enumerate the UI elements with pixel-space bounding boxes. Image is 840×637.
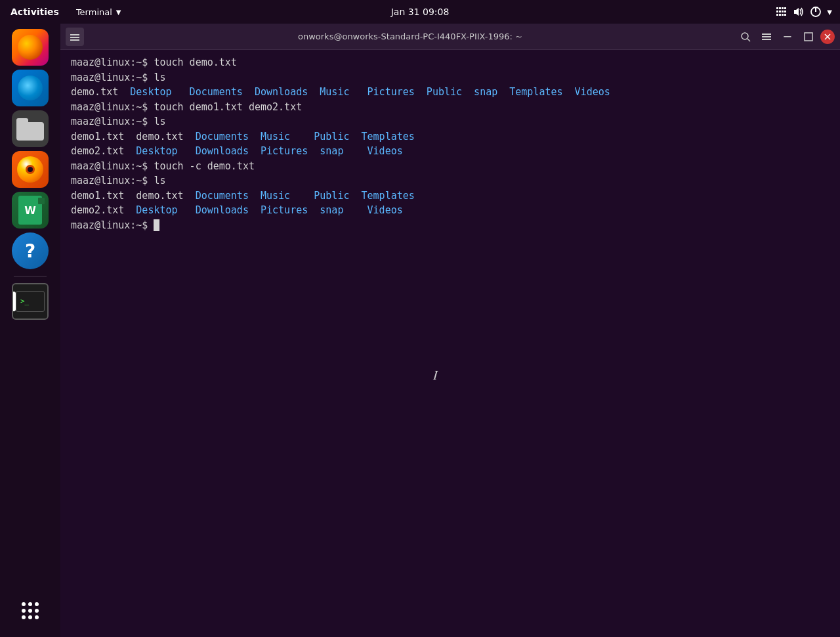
help-icon: ? xyxy=(25,240,35,262)
terminal-cursor xyxy=(154,219,159,231)
svg-rect-4 xyxy=(776,11,778,12)
svg-rect-9 xyxy=(779,14,781,16)
svg-rect-3 xyxy=(784,7,786,9)
terminal-line-2: maaz@linux:~$ ls xyxy=(71,70,830,85)
svg-rect-17 xyxy=(70,39,79,41)
terminal-titlebar: onworks@onworks-Standard-PC-I440FX-PIIX-… xyxy=(60,24,840,50)
svg-rect-20 xyxy=(762,33,771,35)
terminal-line-1: maaz@linux:~$ touch demo.txt xyxy=(71,55,830,70)
svg-marker-12 xyxy=(794,8,799,16)
svg-rect-21 xyxy=(762,36,771,37)
terminal-line-11: demo2.txt Desktop Downloads Pictures sna… xyxy=(71,203,830,218)
terminal-menu[interactable]: Terminal ▼ xyxy=(72,6,125,18)
activities-button[interactable]: Activities xyxy=(8,5,62,18)
terminal-icon: >_ xyxy=(16,291,45,312)
power-icon[interactable] xyxy=(810,6,822,18)
svg-rect-11 xyxy=(784,14,786,16)
svg-rect-23 xyxy=(805,33,812,41)
terminal-line-6: demo1.txt demo.txt Documents Music Publi… xyxy=(71,129,830,144)
svg-rect-22 xyxy=(762,39,771,40)
terminal-line-4: maaz@linux:~$ touch demo1.txt demo2.txt xyxy=(71,100,830,115)
sidebar-separator xyxy=(14,276,47,276)
close-button[interactable] xyxy=(820,30,835,44)
svg-rect-5 xyxy=(779,11,781,12)
sidebar-item-rhythmbox[interactable] xyxy=(12,151,49,188)
topbar-left: Activities Terminal ▼ xyxy=(8,5,125,18)
sidebar-item-files[interactable] xyxy=(12,110,49,147)
rhythmbox-icon xyxy=(17,156,43,183)
tray-icons: ▼ xyxy=(776,6,832,18)
titlebar-left xyxy=(66,28,84,46)
maximize-button[interactable] xyxy=(799,28,818,46)
svg-rect-7 xyxy=(784,11,786,12)
menu-button[interactable] xyxy=(757,28,776,46)
sidebar-item-help[interactable]: ? xyxy=(12,232,49,269)
search-button[interactable] xyxy=(736,28,755,46)
sidebar-item-firefox[interactable] xyxy=(12,29,49,66)
terminal-line-12: maaz@linux:~$ xyxy=(71,218,830,233)
svg-rect-16 xyxy=(70,37,79,38)
terminal-line-7: demo2.txt Desktop Downloads Pictures sna… xyxy=(71,144,830,159)
svg-point-18 xyxy=(742,33,748,39)
show-applications-button[interactable] xyxy=(12,598,49,624)
new-tab-button[interactable] xyxy=(66,28,84,46)
libreoffice-icon: W xyxy=(18,196,42,225)
svg-rect-1 xyxy=(779,7,781,9)
terminal-menu-label: Terminal xyxy=(76,7,112,17)
minimize-button[interactable]: ─ xyxy=(778,28,797,46)
svg-rect-10 xyxy=(782,14,784,16)
svg-line-19 xyxy=(747,39,750,41)
network-icon[interactable] xyxy=(776,7,788,17)
topbar-datetime[interactable]: Jan 31 09:08 xyxy=(391,7,450,17)
terminal-line-9: maaz@linux:~$ ls xyxy=(71,173,830,188)
svg-rect-6 xyxy=(782,11,784,12)
svg-rect-15 xyxy=(70,34,79,35)
main-layout: W ? >_ xyxy=(0,24,840,637)
terminal-line-8: maaz@linux:~$ touch -c demo.txt xyxy=(71,159,830,174)
sidebar-item-thunderbird[interactable] xyxy=(12,70,49,106)
svg-rect-8 xyxy=(776,14,778,16)
terminal-line-5: maaz@linux:~$ ls xyxy=(71,114,830,129)
terminal-window[interactable]: onworks@onworks-Standard-PC-I440FX-PIIX-… xyxy=(60,24,840,637)
svg-rect-0 xyxy=(776,7,778,9)
volume-icon[interactable] xyxy=(793,6,805,18)
titlebar-controls: ─ xyxy=(736,28,835,46)
terminal-line-3: demo.txt Desktop Documents Downloads Mus… xyxy=(71,85,830,100)
svg-rect-2 xyxy=(782,7,784,9)
tray-arrow[interactable]: ▼ xyxy=(827,9,832,16)
terminal-line-10: demo1.txt demo.txt Documents Music Publi… xyxy=(71,188,830,204)
terminal-title: onworks@onworks-Standard-PC-I440FX-PIIX-… xyxy=(88,32,732,41)
terminal-menu-arrow: ▼ xyxy=(116,9,121,16)
firefox-icon xyxy=(18,35,43,60)
sidebar: W ? >_ xyxy=(0,24,60,637)
app-grid-icon xyxy=(22,602,39,619)
sidebar-item-libreoffice[interactable]: W xyxy=(12,192,49,229)
sidebar-item-terminal[interactable]: >_ xyxy=(12,283,49,320)
terminal-content[interactable]: maaz@linux:~$ touch demo.txt maaz@linux:… xyxy=(60,50,840,637)
topbar: Activities Terminal ▼ Jan 31 09:08 xyxy=(0,0,840,24)
thunderbird-icon xyxy=(18,76,43,100)
files-icon xyxy=(16,117,44,141)
